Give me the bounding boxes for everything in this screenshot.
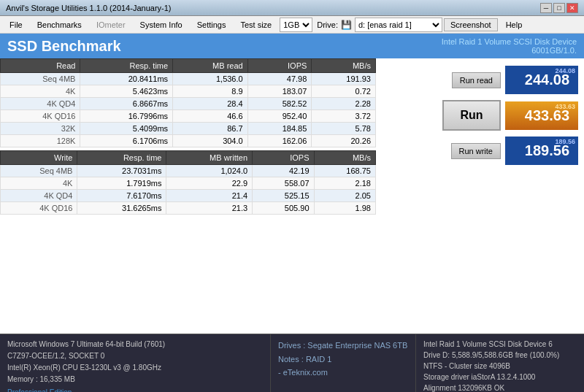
read-cell: 46.6 (173, 110, 248, 123)
mb-read-col-header: MB read (173, 59, 248, 73)
read-cell: 4K QD16 (1, 110, 80, 123)
drive-icon: 💾 (341, 20, 352, 30)
help-menu[interactable]: Help (499, 18, 529, 31)
read-cell: 4K QD4 (1, 98, 80, 110)
bottom-left: Microsoft Windows 7 Ultimate 64-bit Buil… (0, 334, 270, 392)
read-cell: 5.4623ms (80, 85, 173, 98)
title-bar-text: Anvil's Storage Utilities 1.1.0 (2014-Ja… (6, 4, 171, 12)
total-score-label: 433.63 (555, 103, 575, 110)
run-write-button[interactable]: Run write (451, 143, 501, 159)
write-cell: 505.90 (253, 202, 314, 215)
run-write-row: Run write 189.56 189.56 (384, 137, 578, 165)
close-button[interactable]: ✕ (566, 3, 578, 13)
title-bar: Anvil's Storage Utilities 1.1.0 (2014-Ja… (0, 0, 584, 16)
minimize-button[interactable]: ─ (540, 3, 552, 13)
write-cell: 4K QD4 (1, 190, 77, 202)
read-table-row: 4K QD1616.7996ms46.6952.403.72 (1, 110, 376, 123)
bottom-bar: Microsoft Windows 7 Ultimate 64-bit Buil… (0, 334, 584, 392)
write-table-row: 4K QD1631.6265ms21.3505.901.98 (1, 202, 376, 215)
write-score-box: 189.56 189.56 (505, 137, 578, 165)
title-bar-buttons: ─ □ ✕ (540, 3, 578, 13)
read-cell: 5.78 (312, 123, 376, 135)
system-info-line: Intel(R) Xeon(R) CPU E3-1230L v3 @ 1.80G… (7, 362, 263, 374)
iometer-menu[interactable]: IOmeter (90, 18, 132, 31)
write-table: Write Resp. time MB written IOPS MB/s Se… (0, 150, 376, 215)
system-info-line: Microsoft Windows 7 Ultimate 64-bit Buil… (7, 339, 263, 350)
read-table-row: 4K5.4623ms8.9183.070.72 (1, 85, 376, 98)
read-score-label: 244.08 (555, 67, 575, 74)
menu-bar: File Benchmarks IOmeter System Info Sett… (0, 16, 584, 34)
system-info-line: Memory : 16,335 MB (7, 374, 263, 385)
mbs-read-col-header: MB/s (312, 59, 376, 73)
total-score-box: 433.63 433.63 (505, 101, 578, 130)
run-button[interactable]: Run (442, 100, 501, 131)
drive-label: Drive: (317, 20, 338, 29)
write-cell: 525.15 (253, 190, 314, 202)
settings-menu[interactable]: Settings (191, 18, 233, 31)
benchmark-table-area: Read Resp. time MB read IOPS MB/s Seq 4M… (0, 58, 378, 334)
file-menu[interactable]: File (3, 18, 29, 31)
benchmarks-menu[interactable]: Benchmarks (31, 18, 88, 31)
system-info-line: C7Z97-OCEE/1.2, SOCKET 0 (7, 350, 263, 362)
iops-read-col-header: IOPS (247, 59, 312, 73)
ssd-device-name: Intel Raid 1 Volume SCSI Disk Device (442, 37, 577, 46)
screenshot-button[interactable]: Screenshot (444, 18, 498, 31)
system-info: Microsoft Windows 7 Ultimate 64-bit Buil… (7, 339, 263, 385)
read-cell: 20.26 (312, 135, 376, 147)
disk-info: Intel Raid 1 Volume SCSI Disk Device 6Dr… (423, 339, 577, 392)
read-cell: 47.98 (247, 73, 312, 85)
read-cell: 8.9 (173, 85, 248, 98)
write-cell: 558.07 (253, 177, 314, 190)
read-cell: 582.52 (247, 98, 312, 110)
write-cell: Seq 4MB (1, 165, 77, 177)
write-cell: 1.7919ms (77, 177, 166, 190)
write-cell: 21.3 (166, 202, 253, 215)
run-read-row: Run read 244.08 244.08 (384, 66, 578, 94)
write-cell: 1,024.0 (166, 165, 253, 177)
mb-written-col-header: MB written (166, 151, 253, 165)
system-info-menu[interactable]: System Info (134, 18, 189, 31)
disk-info-line: Storage driver iaStorA 13.2.4.1000 (423, 372, 577, 383)
write-cell: 31.6265ms (77, 202, 166, 215)
read-cell: 32K (1, 123, 80, 135)
test-size-select[interactable]: 1GB (280, 18, 312, 32)
write-col-header: Write (1, 151, 77, 165)
maximize-button[interactable]: □ (553, 3, 565, 13)
read-cell: 3.72 (312, 110, 376, 123)
iops-write-col-header: IOPS (253, 151, 314, 165)
read-cell: 6.8667ms (80, 98, 173, 110)
bottom-middle: Drives : Segate Enterprise NAS 6TBNotes … (270, 334, 416, 392)
read-cell: 16.7996ms (80, 110, 173, 123)
drive-select[interactable]: d: [enas raid 1] (355, 18, 442, 32)
run-read-button[interactable]: Run read (452, 72, 501, 88)
read-table-row: 4K QD46.8667ms28.4582.522.28 (1, 98, 376, 110)
write-table-row: 4K QD47.6170ms21.4525.152.05 (1, 190, 376, 202)
write-cell: 2.18 (314, 177, 375, 190)
ssd-capacity: 6001GB/1.0. (442, 46, 577, 55)
write-cell: 7.6170ms (77, 190, 166, 202)
read-cell: 183.07 (247, 85, 312, 98)
read-cell: 20.8411ms (80, 73, 173, 85)
write-cell: 1.98 (314, 202, 375, 215)
read-cell: 2.28 (312, 98, 376, 110)
read-cell: 28.4 (173, 98, 248, 110)
read-cell: 184.85 (247, 123, 312, 135)
pro-edition: Professional Edition (7, 387, 263, 392)
main-content: Read Resp. time MB read IOPS MB/s Seq 4M… (0, 58, 584, 334)
write-cell: 4K QD16 (1, 202, 77, 215)
write-table-row: 4K1.7919ms22.9558.072.18 (1, 177, 376, 190)
resp-time-write-col-header: Resp. time (77, 151, 166, 165)
drives-notes: Drives : Segate Enterprise NAS 6TBNotes … (278, 339, 408, 380)
write-cell: 22.9 (166, 177, 253, 190)
read-cell: 6.1706ms (80, 135, 173, 147)
read-cell: 128K (1, 135, 80, 147)
read-table-row: 32K5.4099ms86.7184.855.78 (1, 123, 376, 135)
drives-notes-line: Drives : Segate Enterprise NAS 6TB (278, 339, 408, 353)
ssd-device-info: Intel Raid 1 Volume SCSI Disk Device 600… (442, 37, 577, 55)
read-cell: 191.93 (312, 73, 376, 85)
disk-info-line: NTFS - Cluster size 4096B (423, 361, 577, 372)
read-cell: 1,536.0 (173, 73, 248, 85)
ssd-header: SSD Benchmark Intel Raid 1 Volume SCSI D… (0, 34, 584, 58)
run-total-row: Run 433.63 433.63 (384, 100, 578, 131)
read-col-header: Read (1, 59, 80, 73)
